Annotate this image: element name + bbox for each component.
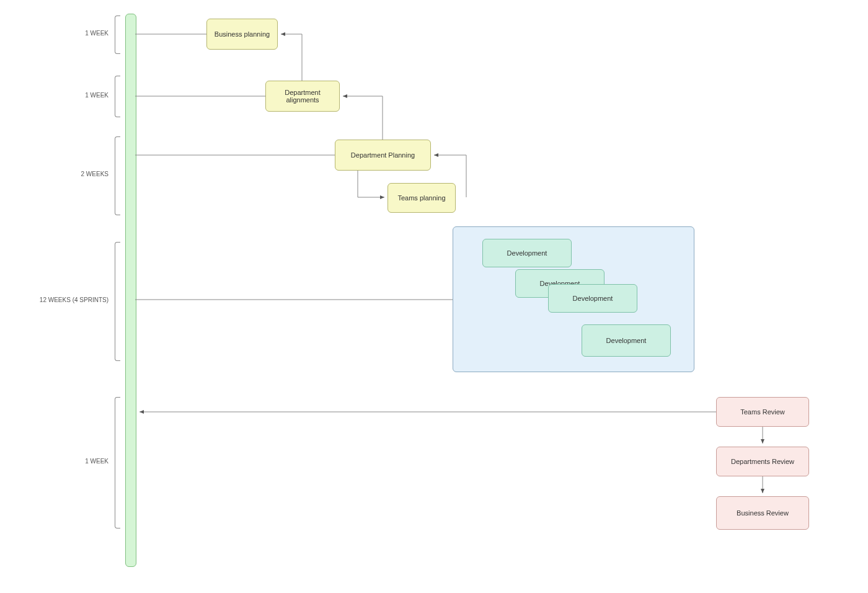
timeline-bar <box>125 14 136 567</box>
box-business-review: Business Review <box>716 496 809 530</box>
box-label: Development <box>507 249 547 257</box>
box-label: Business Review <box>737 509 789 517</box>
bracket-phase-1 <box>115 16 120 54</box>
diagram-canvas: 1 WEEK 1 WEEK 2 WEEKS 12 WEEKS (4 SPRINT… <box>0 0 868 593</box>
bracket-label-phase-1: 1 WEEK <box>74 30 108 37</box>
bracket-phase-4 <box>115 242 120 361</box>
box-teams-planning: Teams planning <box>388 183 456 213</box>
box-departments-review: Departments Review <box>716 447 809 476</box>
bracket-phase-2 <box>115 76 120 117</box>
box-label: Department alignments <box>268 89 337 104</box>
bracket-label-phase-5: 1 WEEK <box>74 458 108 465</box>
box-label: Department Planning <box>351 151 415 159</box>
bracket-phase-3 <box>115 136 120 215</box>
box-teams-review: Teams Review <box>716 397 809 427</box>
box-business-planning: Business planning <box>206 19 278 50</box>
bracket-label-phase-3: 2 WEEKS <box>71 171 108 177</box>
box-department-alignments: Department alignments <box>265 81 340 112</box>
bracket-phase-5 <box>115 397 120 528</box>
bracket-label-phase-4: 12 WEEKS (4 SPRINTS) <box>34 296 108 303</box>
box-dev-sprint-3: Development <box>548 284 637 313</box>
box-label: Business planning <box>215 30 270 38</box>
box-dev-sprint-1: Development <box>482 239 572 267</box>
box-label: Departments Review <box>731 458 794 465</box>
box-department-planning: Department Planning <box>335 140 431 171</box>
bracket-label-phase-2: 1 WEEK <box>74 92 108 99</box>
box-label: Teams Review <box>740 408 785 416</box>
box-dev-sprint-4: Development <box>582 324 671 357</box>
box-label: Development <box>606 337 647 344</box>
box-label: Teams planning <box>397 194 445 202</box>
box-label: Development <box>573 295 613 302</box>
